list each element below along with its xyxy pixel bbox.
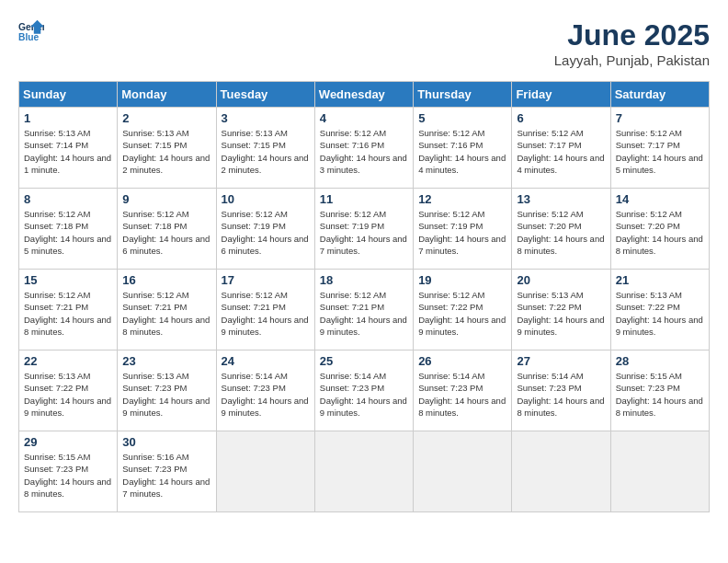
day-info: Sunrise: 5:14 AMSunset: 7:23 PMDaylight:… [418, 370, 506, 419]
day-info: Sunrise: 5:12 AMSunset: 7:16 PMDaylight:… [320, 127, 408, 176]
day-info: Sunrise: 5:12 AMSunset: 7:20 PMDaylight:… [517, 208, 605, 257]
day-of-week-header: Monday [118, 82, 216, 108]
day-of-week-header: Sunday [19, 82, 118, 108]
calendar-cell [512, 431, 610, 512]
day-number: 14 [616, 192, 704, 206]
day-info: Sunrise: 5:12 AMSunset: 7:21 PMDaylight:… [122, 289, 210, 338]
day-info: Sunrise: 5:12 AMSunset: 7:22 PMDaylight:… [418, 289, 506, 338]
day-info: Sunrise: 5:14 AMSunset: 7:23 PMDaylight:… [517, 370, 605, 419]
day-number: 22 [24, 354, 112, 368]
day-info: Sunrise: 5:15 AMSunset: 7:23 PMDaylight:… [24, 451, 112, 500]
day-info: Sunrise: 5:13 AMSunset: 7:15 PMDaylight:… [222, 127, 310, 176]
day-info: Sunrise: 5:13 AMSunset: 7:14 PMDaylight:… [24, 127, 112, 176]
day-number: 18 [320, 273, 408, 287]
day-number: 21 [616, 273, 704, 287]
calendar-cell: 17Sunrise: 5:12 AMSunset: 7:21 PMDayligh… [216, 270, 314, 350]
day-number: 24 [222, 354, 310, 368]
calendar-cell: 5Sunrise: 5:12 AMSunset: 7:16 PMDaylight… [414, 108, 512, 189]
day-info: Sunrise: 5:13 AMSunset: 7:23 PMDaylight:… [122, 370, 210, 419]
calendar-cell: 9Sunrise: 5:12 AMSunset: 7:18 PMDaylight… [118, 189, 216, 270]
day-info: Sunrise: 5:12 AMSunset: 7:17 PMDaylight:… [616, 127, 704, 176]
calendar-cell: 28Sunrise: 5:15 AMSunset: 7:23 PMDayligh… [610, 350, 709, 431]
day-info: Sunrise: 5:16 AMSunset: 7:23 PMDaylight:… [122, 451, 210, 500]
calendar-cell: 16Sunrise: 5:12 AMSunset: 7:21 PMDayligh… [118, 270, 216, 350]
day-info: Sunrise: 5:12 AMSunset: 7:21 PMDaylight:… [320, 289, 408, 338]
day-info: Sunrise: 5:12 AMSunset: 7:16 PMDaylight:… [418, 127, 506, 176]
day-info: Sunrise: 5:12 AMSunset: 7:17 PMDaylight:… [517, 127, 605, 176]
day-of-week-header: Tuesday [216, 82, 314, 108]
day-number: 6 [517, 111, 605, 125]
calendar-cell: 23Sunrise: 5:13 AMSunset: 7:23 PMDayligh… [118, 350, 216, 431]
calendar-cell [414, 431, 512, 512]
day-info: Sunrise: 5:12 AMSunset: 7:19 PMDaylight:… [222, 208, 310, 257]
calendar-cell: 25Sunrise: 5:14 AMSunset: 7:23 PMDayligh… [314, 350, 413, 431]
day-number: 13 [517, 192, 605, 206]
calendar-cell: 4Sunrise: 5:12 AMSunset: 7:16 PMDaylight… [314, 108, 413, 189]
day-number: 2 [122, 111, 210, 125]
day-number: 8 [24, 192, 112, 206]
day-info: Sunrise: 5:13 AMSunset: 7:15 PMDaylight:… [122, 127, 210, 176]
location: Layyah, Punjab, Pakistan [554, 52, 710, 68]
day-info: Sunrise: 5:15 AMSunset: 7:23 PMDaylight:… [616, 370, 704, 419]
day-number: 11 [320, 192, 408, 206]
day-number: 12 [418, 192, 506, 206]
day-number: 5 [418, 111, 506, 125]
calendar-cell: 11Sunrise: 5:12 AMSunset: 7:19 PMDayligh… [314, 189, 413, 270]
calendar-cell: 1Sunrise: 5:13 AMSunset: 7:14 PMDaylight… [19, 108, 118, 189]
calendar-cell: 29Sunrise: 5:15 AMSunset: 7:23 PMDayligh… [19, 431, 118, 512]
day-info: Sunrise: 5:12 AMSunset: 7:19 PMDaylight:… [320, 208, 408, 257]
calendar-cell [314, 431, 413, 512]
day-info: Sunrise: 5:12 AMSunset: 7:20 PMDaylight:… [616, 208, 704, 257]
day-number: 25 [320, 354, 408, 368]
calendar-cell: 24Sunrise: 5:14 AMSunset: 7:23 PMDayligh… [216, 350, 314, 431]
day-number: 10 [222, 192, 310, 206]
day-number: 26 [418, 354, 506, 368]
calendar-cell: 18Sunrise: 5:12 AMSunset: 7:21 PMDayligh… [314, 270, 413, 350]
month-title: June 2025 [554, 18, 710, 52]
day-info: Sunrise: 5:14 AMSunset: 7:23 PMDaylight:… [222, 370, 310, 419]
day-number: 15 [24, 273, 112, 287]
day-of-week-header: Friday [512, 82, 610, 108]
day-info: Sunrise: 5:12 AMSunset: 7:21 PMDaylight:… [24, 289, 112, 338]
day-number: 30 [122, 435, 210, 449]
day-info: Sunrise: 5:14 AMSunset: 7:23 PMDaylight:… [320, 370, 408, 419]
logo-icon: General Blue [18, 18, 44, 44]
day-number: 23 [122, 354, 210, 368]
day-info: Sunrise: 5:12 AMSunset: 7:18 PMDaylight:… [24, 208, 112, 257]
logo: General Blue [18, 18, 48, 44]
day-number: 1 [24, 111, 112, 125]
day-info: Sunrise: 5:13 AMSunset: 7:22 PMDaylight:… [616, 289, 704, 338]
calendar-cell: 22Sunrise: 5:13 AMSunset: 7:22 PMDayligh… [19, 350, 118, 431]
calendar-cell: 7Sunrise: 5:12 AMSunset: 7:17 PMDaylight… [610, 108, 709, 189]
day-number: 29 [24, 435, 112, 449]
day-number: 20 [517, 273, 605, 287]
day-info: Sunrise: 5:13 AMSunset: 7:22 PMDaylight:… [24, 370, 112, 419]
calendar-cell: 21Sunrise: 5:13 AMSunset: 7:22 PMDayligh… [610, 270, 709, 350]
day-info: Sunrise: 5:12 AMSunset: 7:21 PMDaylight:… [222, 289, 310, 338]
calendar-cell: 26Sunrise: 5:14 AMSunset: 7:23 PMDayligh… [414, 350, 512, 431]
calendar-cell: 12Sunrise: 5:12 AMSunset: 7:19 PMDayligh… [414, 189, 512, 270]
day-of-week-header: Thursday [414, 82, 512, 108]
calendar-cell: 20Sunrise: 5:13 AMSunset: 7:22 PMDayligh… [512, 270, 610, 350]
title-area: June 2025 Layyah, Punjab, Pakistan [554, 18, 710, 68]
calendar-cell: 3Sunrise: 5:13 AMSunset: 7:15 PMDaylight… [216, 108, 314, 189]
svg-text:Blue: Blue [18, 32, 40, 42]
calendar-cell: 14Sunrise: 5:12 AMSunset: 7:20 PMDayligh… [610, 189, 709, 270]
day-number: 7 [616, 111, 704, 125]
day-number: 17 [222, 273, 310, 287]
day-number: 3 [222, 111, 310, 125]
calendar: SundayMondayTuesdayWednesdayThursdayFrid… [18, 81, 710, 512]
calendar-cell: 27Sunrise: 5:14 AMSunset: 7:23 PMDayligh… [512, 350, 610, 431]
calendar-cell [216, 431, 314, 512]
calendar-cell: 8Sunrise: 5:12 AMSunset: 7:18 PMDaylight… [19, 189, 118, 270]
calendar-cell: 30Sunrise: 5:16 AMSunset: 7:23 PMDayligh… [118, 431, 216, 512]
day-number: 27 [517, 354, 605, 368]
calendar-cell: 2Sunrise: 5:13 AMSunset: 7:15 PMDaylight… [118, 108, 216, 189]
day-info: Sunrise: 5:13 AMSunset: 7:22 PMDaylight:… [517, 289, 605, 338]
calendar-cell: 10Sunrise: 5:12 AMSunset: 7:19 PMDayligh… [216, 189, 314, 270]
calendar-cell: 19Sunrise: 5:12 AMSunset: 7:22 PMDayligh… [414, 270, 512, 350]
calendar-cell: 13Sunrise: 5:12 AMSunset: 7:20 PMDayligh… [512, 189, 610, 270]
calendar-cell: 6Sunrise: 5:12 AMSunset: 7:17 PMDaylight… [512, 108, 610, 189]
day-number: 16 [122, 273, 210, 287]
day-of-week-header: Wednesday [314, 82, 413, 108]
